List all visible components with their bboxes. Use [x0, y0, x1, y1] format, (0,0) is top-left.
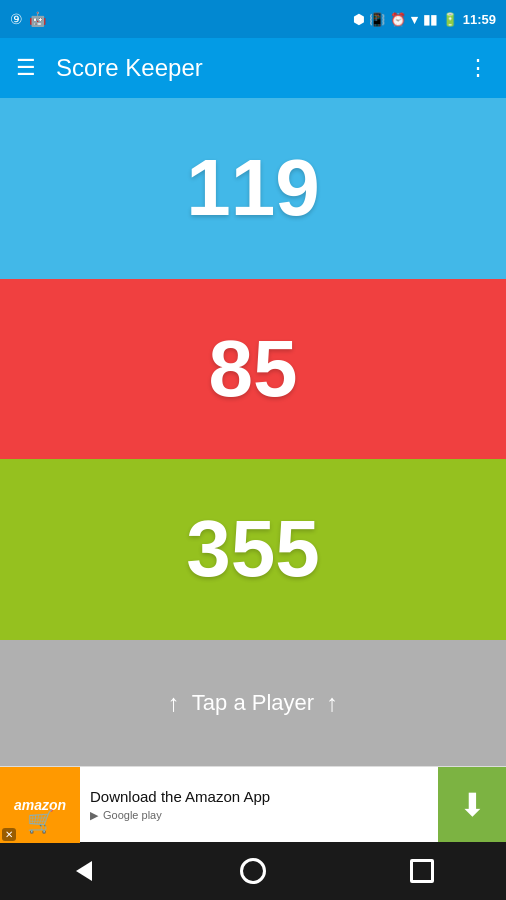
status-bar: ⑨ 🤖 ⬢ 📳 ⏰ ▾ ▮▮ 🔋 11:59 [0, 0, 506, 38]
signal-icon: ▮▮ [423, 12, 437, 27]
ad-text: Download the Amazon App ▶ Google play [80, 788, 438, 822]
arrow-right-icon: ↑ [326, 689, 338, 717]
battery-icon: 🔋 [442, 12, 458, 27]
ad-download-button[interactable]: ⬇ [438, 767, 506, 843]
download-icon: ⬇ [459, 786, 486, 824]
app-title: Score Keeper [56, 54, 467, 82]
alarm-icon: ⏰ [390, 12, 406, 27]
ad-logo: amazon 🛒 ✕ [0, 767, 80, 843]
overflow-menu-icon[interactable]: ⋮ [467, 55, 490, 81]
ad-subtitle: ▶ Google play [90, 809, 428, 822]
player-3-panel[interactable]: 355 [0, 459, 506, 640]
time-display: 11:59 [463, 12, 496, 27]
recent-apps-button[interactable] [392, 851, 452, 891]
status-right: ⬢ 📳 ⏰ ▾ ▮▮ 🔋 11:59 [353, 12, 496, 27]
vibrate-icon: 📳 [369, 12, 385, 27]
hamburger-menu-icon[interactable]: ☰ [16, 55, 36, 81]
scores-container: 119 85 355 ↑ Tap a Player ↑ [0, 98, 506, 766]
tap-prompt-text: Tap a Player [192, 690, 314, 716]
wifi-icon: ▾ [411, 12, 418, 27]
ad-main-text: Download the Amazon App [90, 788, 428, 805]
player-2-score: 85 [209, 323, 298, 415]
nav-bar [0, 842, 506, 900]
close-ad-button[interactable]: ✕ [2, 828, 16, 841]
player-2-panel[interactable]: 85 [0, 279, 506, 460]
battery-circle-icon: ⑨ [10, 11, 23, 27]
home-button[interactable] [223, 851, 283, 891]
arrow-left-icon: ↑ [168, 689, 180, 717]
back-button[interactable] [54, 851, 114, 891]
bluetooth-icon: ⬢ [353, 12, 364, 27]
cart-icon: 🛒 [27, 809, 54, 835]
tap-prompt: ↑ Tap a Player ↑ [168, 689, 338, 717]
player-1-panel[interactable]: 119 [0, 98, 506, 279]
player-3-score: 355 [186, 503, 319, 595]
google-play-text: Google play [103, 809, 162, 821]
player-1-score: 119 [186, 142, 319, 234]
status-left: ⑨ 🤖 [10, 11, 46, 27]
app-bar: ☰ Score Keeper ⋮ [0, 38, 506, 98]
ad-banner: amazon 🛒 ✕ Download the Amazon App ▶ Goo… [0, 766, 506, 842]
android-icon: 🤖 [29, 11, 46, 27]
tap-prompt-panel: ↑ Tap a Player ↑ [0, 640, 506, 766]
google-play-icon: ▶ [90, 809, 98, 822]
